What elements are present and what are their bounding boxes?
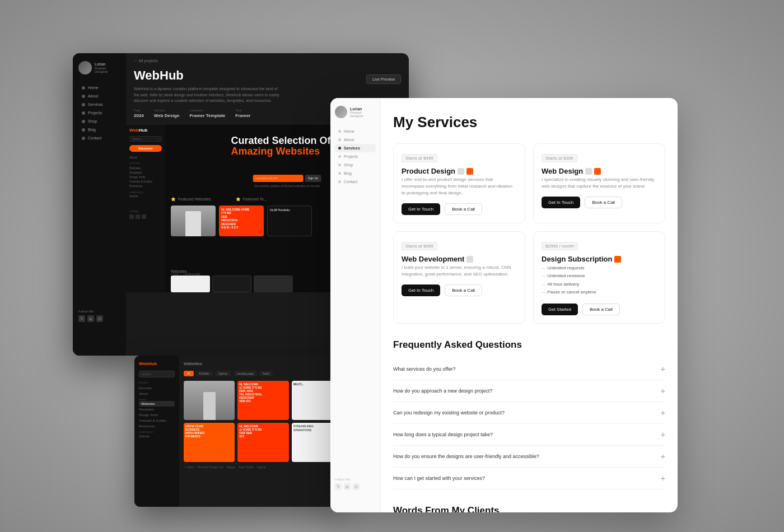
live-preview-button[interactable]: Live Preview (366, 74, 401, 84)
wp-nav-about[interactable]: About (335, 136, 376, 144)
sidebar-item-services[interactable]: Services (78, 100, 120, 109)
faq-item-4[interactable]: How do you ensure the designs are user-f… (393, 446, 665, 468)
wp-nav-projects[interactable]: Projects (335, 152, 376, 161)
services-grid: Starts at $499 Product Design I offer en… (393, 143, 665, 324)
book-call-btn-3[interactable]: Book a Call (582, 304, 620, 315)
book-call-btn-2[interactable]: Book a Call (445, 284, 482, 296)
subscribe-subtext: Get monthly updates of the best websites… (254, 184, 320, 188)
mini-nav-submit: Submit (129, 194, 162, 198)
dpb-nav-tutorials[interactable]: Tutorials & Guides (139, 418, 175, 423)
dpb-filter-agency[interactable]: Agency (215, 371, 231, 376)
dpb-nav-about[interactable]: About (139, 391, 175, 396)
faq-item-3[interactable]: How long does a typical design project t… (393, 424, 665, 446)
sidebar-item-shop[interactable]: Shop (78, 117, 120, 125)
page-title: My Services (393, 114, 665, 131)
faq-item-2[interactable]: Can you redesign my existing website or … (393, 402, 665, 424)
dark-topbar: ← All projects (126, 53, 409, 68)
subscribe-input[interactable]: name@email.com (253, 175, 303, 182)
wp-nav-dot (338, 130, 341, 133)
wp-twitter-icon[interactable]: 𝕏 (335, 483, 342, 490)
dpb-cards-grid: HI, WELCOME@ HOME IT'S MEDEB- DIGI-TAL I… (184, 381, 343, 462)
linkedin-icon[interactable]: in (87, 315, 94, 322)
sidebar-item-contact[interactable]: Contact (78, 134, 120, 142)
dpb-filter-saas[interactable]: SaaS (259, 371, 273, 376)
dpb-search-input[interactable]: Search... (139, 371, 175, 377)
sidebar-item-blog[interactable]: Blog (78, 125, 120, 134)
dpb-nav-discover[interactable]: Discover (139, 385, 175, 391)
dpb-nav-design-tools[interactable]: Design Tools (139, 412, 175, 418)
dpb-labels-row: ↗ Views Pinnacle Design Lab Signup Apex … (184, 465, 343, 469)
sidebar-nav: Home About Services Projects Shop Blog C… (78, 83, 120, 142)
discover-btn[interactable]: Discover (129, 145, 162, 152)
mini-nav-section-explore: Explore (129, 162, 162, 165)
follow-label: Follow Me (78, 310, 103, 313)
dpb-nav-templates[interactable]: Templates (139, 407, 175, 412)
clients-title: Words From My Clients (393, 505, 665, 512)
dpb-sidebar: WebHub Search... Explore Discover About … (134, 356, 179, 507)
faq-item-5[interactable]: How can I get started with your services… (393, 468, 665, 489)
instagram-icon[interactable]: ◎ (96, 315, 103, 322)
get-in-touch-btn-0[interactable]: Get In Touch (402, 203, 440, 215)
service-icon-code (466, 256, 473, 263)
feature-2: 48 hour delivery (542, 281, 657, 288)
book-call-btn-0[interactable]: Book a Call (445, 203, 482, 215)
sidebar-item-about[interactable]: About (78, 92, 120, 100)
mini-site-thumb-1 (171, 276, 210, 292)
featured-title: ⭐Featured Websites ⭐Featured Te... (171, 197, 267, 202)
wp-nav-dot (338, 147, 341, 150)
mini-nav-about: About (129, 155, 162, 160)
twitter-icon[interactable]: 𝕏 (78, 315, 85, 322)
wp-nav-contact[interactable]: Contact (335, 178, 376, 186)
wp-nav-home[interactable]: Home (335, 127, 376, 136)
mini-nav-websites: Websites (129, 166, 162, 170)
dpb-filter-bar: All Portfolio Agency Landing page SaaS (184, 371, 343, 376)
wp-nav-services[interactable]: Services (335, 144, 376, 152)
subscribe-btn[interactable]: Sign Up (305, 175, 321, 182)
dpb-filter-portfolio[interactable]: Portfolio (196, 371, 213, 376)
dpb-nav-resources[interactable]: Resources (139, 423, 175, 429)
wp-follow-section: Follow Me 𝕏 in ◎ (335, 478, 360, 490)
dpb-nav-submit[interactable]: Submit (139, 433, 175, 439)
featured-card-3: GLSP Portfolio (267, 206, 312, 236)
get-started-btn[interactable]: Get Started (542, 304, 578, 315)
service-name-3: Design Subscription (542, 255, 657, 263)
mini-social-icons (129, 214, 162, 219)
service-desc-0: I offer end-to-end product design servic… (402, 176, 517, 197)
faq-plus-icon-1: + (661, 386, 665, 395)
nav-dot (82, 128, 85, 132)
wp-avatar (335, 106, 347, 118)
back-button[interactable]: ← All projects (134, 59, 158, 63)
wp-nav-blog[interactable]: Blog (335, 169, 376, 178)
service-icon-star2 (594, 168, 601, 175)
wp-instagram-icon[interactable]: ◎ (353, 483, 360, 490)
get-in-touch-btn-2[interactable]: Get In Touch (402, 284, 440, 296)
service-desc-1: I specialize in creating visually stunni… (542, 176, 657, 190)
wp-nav-dot (338, 180, 341, 183)
faq-title: Frequently Asked Questions (393, 339, 665, 351)
subscribe-box: name@email.com Sign Up (253, 175, 321, 182)
faq-plus-icon-0: + (661, 365, 665, 374)
dpb-card-2: HI, WELCOME@ HOME IT'S MEDEB- DIGI-TAL I… (237, 381, 288, 420)
service-card-subscription: $2999 / month Design Subscription Unlimi… (533, 231, 665, 324)
service-card-1-actions: Get In Touch Book a Call (542, 197, 657, 208)
get-in-touch-btn-1[interactable]: Get In Touch (542, 197, 580, 208)
nav-dot (82, 86, 85, 90)
wp-sidebar: Lorian Product Designer Home About Servi… (330, 98, 381, 512)
sidebar-item-home[interactable]: Home (78, 83, 120, 92)
service-price-3: $2999 / month (542, 242, 578, 250)
book-call-btn-1[interactable]: Book a Call (585, 197, 622, 208)
featured-card-2: HI, WELCOME HOMEIT'S MEDEBINDUSTRIALDESI… (219, 206, 264, 236)
faq-item-1[interactable]: How do you approach a new design project… (393, 380, 665, 402)
sidebar-avatar-row: Lorian Product Designer (78, 61, 120, 74)
faq-item-0[interactable]: What services do you offer? + (393, 358, 665, 380)
sidebar-title: Product Designer (95, 67, 120, 73)
dpb-nav-websites[interactable]: Websites (139, 401, 175, 407)
dpb-filter-landing[interactable]: Landing page (234, 371, 257, 376)
sidebar-item-projects[interactable]: Projects (78, 109, 120, 117)
wp-nav-shop[interactable]: Shop (335, 161, 376, 169)
nav-dot (82, 111, 85, 115)
dpb-filter-all[interactable]: All (184, 371, 194, 376)
wp-linkedin-icon[interactable]: in (344, 483, 351, 490)
service-card-2-actions: Get In Touch Book a Call (402, 284, 517, 296)
meta-service: Service Web Design (154, 109, 180, 118)
